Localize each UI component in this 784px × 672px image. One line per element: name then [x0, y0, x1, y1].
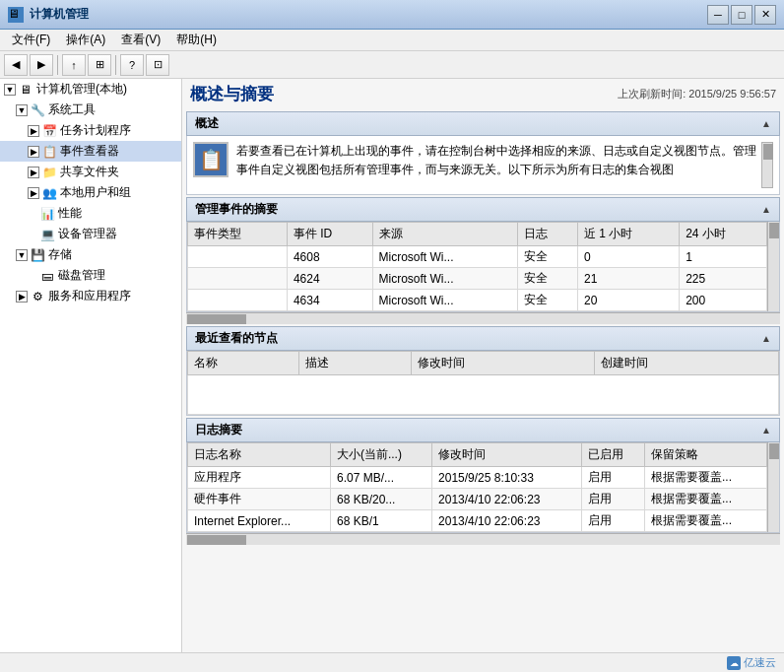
menu-bar: 文件(F) 操作(A) 查看(V) 帮助(H) — [0, 30, 784, 51]
log-summary-header[interactable]: 日志摘要 ▲ — [186, 418, 780, 442]
tree-item-system-tools[interactable]: ▼ 🔧 系统工具 — [0, 100, 181, 120]
storage-icon: 💾 — [30, 247, 45, 263]
overview-section: 概述 ▲ 📋 若要查看已在计算机上出现的事件，请在控制台树中选择相应的来源、日志… — [186, 111, 780, 195]
overview-text: 若要查看已在计算机上出现的事件，请在控制台树中选择相应的来源、日志或自定义视图节… — [236, 142, 757, 179]
log-scrollbar[interactable] — [767, 442, 779, 532]
performance-icon: 📊 — [39, 206, 55, 222]
tree-label-task: 任务计划程序 — [60, 122, 131, 139]
table-row[interactable]: 4634 Microsoft Wi... 安全 20 200 — [188, 290, 767, 311]
maximize-button[interactable]: □ — [731, 5, 752, 25]
minimize-button[interactable]: ─ — [707, 5, 729, 25]
grid-button[interactable]: ⊞ — [88, 54, 111, 76]
log-modified-1: 2015/9/25 8:10:33 — [432, 467, 582, 489]
toolbar-separator-1 — [57, 55, 58, 75]
col-day: 24 小时 — [680, 223, 767, 246]
log-summary-body: 日志名称 大小(当前...) 修改时间 已启用 保留策略 应用程序 6.07 M… — [186, 442, 780, 533]
cell-day-3: 200 — [680, 290, 767, 311]
tree-toggle-users[interactable]: ▶ — [28, 187, 39, 199]
recent-nodes-label: 最近查看的节点 — [195, 330, 278, 347]
cell-day-2: 225 — [680, 268, 767, 290]
computer-icon: 🖥 — [18, 82, 33, 98]
cell-type-3 — [188, 290, 288, 311]
cell-type-1 — [188, 246, 288, 268]
toolbar: ◀ ▶ ↑ ⊞ ? ⊡ — [0, 51, 784, 79]
table-row[interactable]: Internet Explorer... 68 KB/1 2013/4/10 2… — [188, 510, 767, 532]
event-summary-table: 事件类型 事件 ID 来源 日志 近 1 小时 24 小时 4 — [187, 222, 767, 311]
forward-button[interactable]: ▶ — [30, 54, 53, 76]
up-button[interactable]: ↑ — [62, 54, 86, 76]
tree-item-shared-folders[interactable]: ▶ 📁 共享文件夹 — [0, 162, 181, 182]
tree-toggle-services[interactable]: ▶ — [16, 291, 28, 302]
tree-item-services[interactable]: ▶ ⚙ 服务和应用程序 — [0, 286, 181, 306]
overview-body: 📋 若要查看已在计算机上出现的事件，请在控制台树中选择相应的来源、日志或自定义视… — [186, 136, 780, 195]
tree-item-event-viewer[interactable]: ▶ 📋 事件查看器 — [0, 141, 181, 162]
event-summary-header[interactable]: 管理事件的摘要 ▲ — [186, 197, 780, 222]
disk-icon: 🖴 — [39, 268, 55, 284]
tree-toggle-task[interactable]: ▶ — [28, 125, 39, 137]
tree-label-device: 设备管理器 — [58, 226, 117, 242]
overview-header[interactable]: 概述 ▲ — [186, 111, 780, 136]
status-bar: ☁ 亿速云 — [0, 652, 784, 672]
table-row[interactable]: 硬件事件 68 KB/20... 2013/4/10 22:06:23 启用 根… — [188, 489, 767, 510]
tree-item-performance[interactable]: 📊 性能 — [0, 203, 181, 224]
watermark-text: 亿速云 — [744, 655, 776, 670]
log-policy-2: 根据需要覆盖... — [644, 489, 766, 510]
cell-log-1: 安全 — [517, 246, 577, 268]
cell-id-2: 4624 — [287, 268, 372, 290]
cell-id-3: 4634 — [287, 290, 372, 311]
log-hscrollbar[interactable] — [186, 533, 780, 545]
recent-nodes-body: 名称 描述 修改时间 创建时间 — [186, 351, 780, 416]
cell-log-2: 安全 — [517, 268, 577, 290]
main-container: ▼ 🖥 计算机管理(本地) ▼ 🔧 系统工具 ▶ 📅 任务计划程序 ▶ 📋 事件… — [0, 79, 784, 652]
tree-toggle-storage[interactable]: ▼ — [16, 249, 28, 261]
menu-help[interactable]: 帮助(H) — [168, 30, 225, 50]
close-button[interactable]: ✕ — [754, 5, 776, 25]
cell-source-3: Microsoft Wi... — [372, 290, 517, 311]
log-size-3: 68 KB/1 — [330, 510, 431, 532]
log-enabled-2: 启用 — [582, 489, 645, 510]
tree-toggle-event[interactable]: ▶ — [28, 146, 39, 158]
col-log-size: 大小(当前...) — [330, 443, 431, 467]
back-button[interactable]: ◀ — [4, 54, 28, 76]
event-hscrollbar[interactable] — [186, 312, 780, 324]
table-row[interactable]: 应用程序 6.07 MB/... 2015/9/25 8:10:33 启用 根据… — [188, 467, 767, 489]
tree-item-device-manager[interactable]: 💻 设备管理器 — [0, 224, 181, 244]
tree-item-local-users[interactable]: ▶ 👥 本地用户和组 — [0, 182, 181, 203]
table-row[interactable]: 4624 Microsoft Wi... 安全 21 225 — [188, 268, 767, 290]
log-summary-section: 日志摘要 ▲ 日志名称 大小(当前...) 修改时间 已启用 保留策略 — [186, 418, 780, 545]
log-enabled-3: 启用 — [582, 510, 645, 532]
services-icon: ⚙ — [30, 289, 45, 304]
recent-nodes-table: 名称 描述 修改时间 创建时间 — [187, 351, 779, 415]
log-name-1: 应用程序 — [188, 467, 331, 489]
col-event-id: 事件 ID — [287, 223, 372, 246]
tree-item-storage[interactable]: ▼ 💾 存储 — [0, 244, 181, 265]
cell-hour-3: 20 — [577, 290, 679, 311]
col-event-type: 事件类型 — [188, 223, 288, 246]
tree-item-disk-mgmt[interactable]: 🖴 磁盘管理 — [0, 265, 181, 286]
recent-nodes-header[interactable]: 最近查看的节点 ▲ — [186, 326, 780, 351]
main-title: 概述与摘要 — [190, 83, 274, 105]
menu-view[interactable]: 查看(V) — [113, 30, 168, 50]
export-button[interactable]: ⊡ — [146, 54, 169, 76]
menu-action[interactable]: 操作(A) — [58, 30, 113, 50]
tree-item-task-scheduler[interactable]: ▶ 📅 任务计划程序 — [0, 120, 181, 141]
tree-toggle-system[interactable]: ▼ — [16, 104, 28, 116]
log-size-2: 68 KB/20... — [330, 489, 431, 510]
tree-item-root[interactable]: ▼ 🖥 计算机管理(本地) — [0, 79, 181, 100]
device-icon: 💻 — [39, 227, 55, 242]
col-source: 来源 — [372, 223, 517, 246]
event-scrollbar[interactable] — [767, 222, 779, 311]
tree-toggle-shared[interactable]: ▶ — [28, 167, 39, 178]
overview-scrollbar[interactable] — [761, 142, 773, 188]
help-button[interactable]: ? — [120, 54, 144, 76]
cell-hour-2: 21 — [577, 268, 679, 290]
cloud-icon: ☁ — [727, 656, 741, 670]
task-icon: 📅 — [41, 123, 57, 139]
tree-toggle-root[interactable]: ▼ — [4, 84, 16, 96]
folder-icon: 📁 — [41, 165, 57, 180]
tree-label-services: 服务和应用程序 — [48, 288, 131, 304]
table-row[interactable]: 4608 Microsoft Wi... 安全 0 1 — [188, 246, 767, 268]
log-name-2: 硬件事件 — [188, 489, 331, 510]
menu-file[interactable]: 文件(F) — [4, 30, 58, 50]
right-panel: 概述与摘要 上次刷新时间: 2015/9/25 9:56:57 概述 ▲ 📋 若… — [182, 79, 784, 652]
